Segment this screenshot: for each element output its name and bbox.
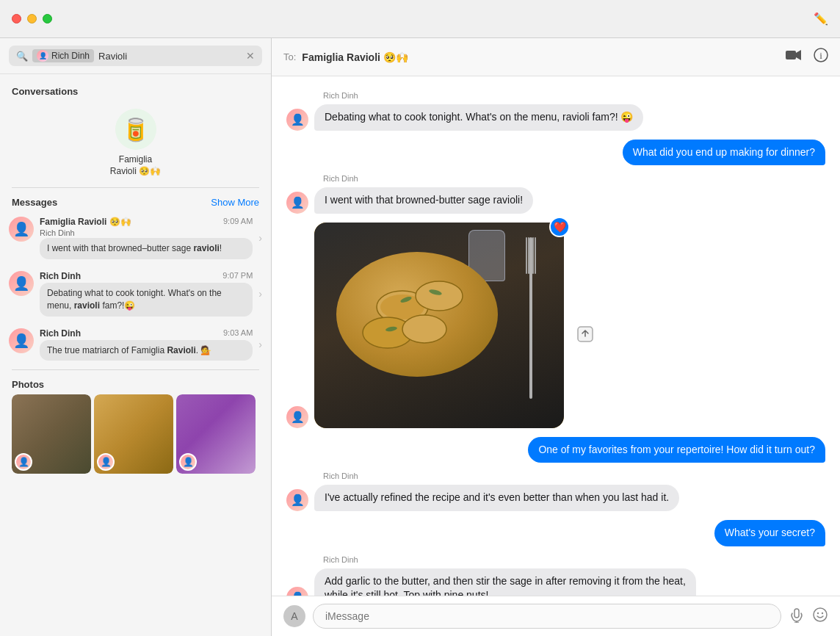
svg-rect-0 xyxy=(786,51,796,59)
photo-reaction: ❤️ xyxy=(549,217,570,237)
photos-section: Photos 👤 👤 👤 xyxy=(0,373,271,480)
main-container: 🔍 👤 Rich Dinh ✕ Conversations 🥫 xyxy=(0,38,840,636)
conversation-item-famiglia[interactable]: 🥫 Famiglia Ravioli 🥺🙌 xyxy=(0,101,271,184)
svg-point-21 xyxy=(814,608,827,621)
photo-thumb-1[interactable]: 👤 xyxy=(12,394,91,474)
emoji-icon[interactable] xyxy=(812,607,828,626)
info-icon[interactable]: i xyxy=(814,48,828,66)
video-call-icon[interactable] xyxy=(786,49,802,65)
msg-time-1: 9:09 AM xyxy=(223,217,253,227)
message-result-2[interactable]: 👤 Rich Dinh 9:07 PM Debating what to coo… xyxy=(0,265,271,322)
input-area: A xyxy=(272,596,840,636)
msg-time-3: 9:03 AM xyxy=(223,328,253,339)
msg-chevron-1: › xyxy=(258,232,262,244)
app-store-icon[interactable]: A xyxy=(283,605,305,627)
chat-panel: To: Famiglia Ravioli 🥺🙌 i 👤 Rich Dinh De… xyxy=(272,38,840,636)
messages-section-title: Messages xyxy=(12,197,57,208)
msg-chevron-2: › xyxy=(258,288,262,300)
msg-name-2: Rich Dinh xyxy=(40,271,81,281)
chat-message-4-photo: 👤 xyxy=(286,223,825,428)
chat-bubble-received-1: Debating what to cook tonight. What's on… xyxy=(314,104,643,131)
messages-area: 👤 Rich Dinh Debating what to cook tonigh… xyxy=(272,76,840,596)
chat-bubble-sent-5: One of my favorites from your repertoire… xyxy=(528,437,825,463)
msg-group-8: Rich Dinh Add garlic to the butter, and … xyxy=(314,555,696,596)
messages-section-header: Messages Show More xyxy=(0,191,271,211)
chat-message-5: One of my favorites from your repertoire… xyxy=(286,437,825,463)
chat-avatar-4: 👤 xyxy=(286,406,308,428)
search-bar[interactable]: 🔍 👤 Rich Dinh ✕ xyxy=(9,46,262,66)
msg-time-2: 9:07 PM xyxy=(222,271,253,281)
sidebar-header: 🔍 👤 Rich Dinh ✕ xyxy=(0,38,271,74)
compose-button[interactable]: ✏️ xyxy=(814,12,828,26)
msg-group-5: One of my favorites from your repertoire… xyxy=(528,437,825,463)
chat-avatar-8: 👤 xyxy=(286,587,308,596)
msg-highlight-3: Ravioli xyxy=(167,345,195,355)
msg-sender-name-3: Rich Dinh xyxy=(314,174,533,183)
svg-rect-14 xyxy=(535,237,536,274)
show-more-button[interactable]: Show More xyxy=(211,197,259,208)
msg-content-3: Rich Dinh 9:03 AM The true matriarch of … xyxy=(40,328,253,361)
to-label: To: xyxy=(283,51,296,62)
search-clear-button[interactable]: ✕ xyxy=(246,50,255,62)
close-button[interactable] xyxy=(12,14,21,24)
chat-bubble-sent-7: What's your secret? xyxy=(714,520,825,546)
audio-record-icon[interactable] xyxy=(789,607,805,626)
msg-bubble-3: The true matriarch of Famiglia Ravioli. … xyxy=(40,340,253,361)
search-icon: 🔍 xyxy=(16,51,28,62)
chat-message-1: 👤 Rich Dinh Debating what to cook tonigh… xyxy=(286,91,825,131)
chat-message-2: What did you end up making for dinner? xyxy=(286,140,825,166)
search-tag-avatar: 👤 xyxy=(37,50,48,62)
chat-avatar-3: 👤 xyxy=(286,192,308,214)
msg-avatar-2: 👤 xyxy=(9,271,34,296)
chat-message-6: 👤 Rich Dinh I've actually refined the re… xyxy=(286,471,825,511)
message-result-3[interactable]: 👤 Rich Dinh 9:03 AM The true matriarch o… xyxy=(0,322,271,367)
msg-highlight-1: ravioli xyxy=(193,243,219,253)
msg-sender-name-1: Rich Dinh xyxy=(314,91,643,100)
msg-group-7: What's your secret? xyxy=(714,520,825,546)
svg-rect-13 xyxy=(526,237,527,274)
photos-section-title: Photos xyxy=(12,379,259,390)
message-result-1[interactable]: 👤 Famiglia Ravioli 🥺🙌 9:09 AM Rich Dinh … xyxy=(0,211,271,265)
search-tag-rich-dinh[interactable]: 👤 Rich Dinh xyxy=(32,49,94,62)
chat-header: To: Famiglia Ravioli 🥺🙌 i xyxy=(272,38,840,76)
svg-point-6 xyxy=(416,281,463,311)
msg-group-3: Rich Dinh I went with that browned-butte… xyxy=(314,174,533,214)
search-input[interactable] xyxy=(98,51,242,62)
sidebar: 🔍 👤 Rich Dinh ✕ Conversations 🥫 xyxy=(0,38,272,636)
svg-point-23 xyxy=(822,612,823,613)
photo-thumb-2[interactable]: 👤 xyxy=(94,394,173,474)
chat-avatar-1: 👤 xyxy=(286,109,308,131)
photo-share-button[interactable] xyxy=(577,326,593,346)
search-tag-label: Rich Dinh xyxy=(51,51,90,61)
msg-highlight-2: ravioli xyxy=(74,300,100,311)
msg-chevron-3: › xyxy=(258,339,262,350)
svg-rect-12 xyxy=(529,237,532,399)
svg-text:i: i xyxy=(819,50,822,61)
sidebar-content: Conversations 🥫 Famiglia Ravioli 🥺🙌 Mess… xyxy=(0,74,271,636)
msg-avatar-3: 👤 xyxy=(9,328,34,353)
photo-message-img xyxy=(314,223,564,428)
msg-sender-name-6: Rich Dinh xyxy=(314,471,679,480)
ravioli-plate xyxy=(314,223,564,428)
conversation-avatar-famiglia: 🥫 xyxy=(115,109,156,150)
divider-msg-photos xyxy=(12,369,259,370)
chat-message-7: What's your secret? xyxy=(286,520,825,546)
msg-bubble-1: I went with that browned–butter sage rav… xyxy=(40,238,253,259)
divider-conv-msg xyxy=(12,187,259,188)
msg-sender-name-8: Rich Dinh xyxy=(314,555,696,564)
msg-sender-1: Rich Dinh xyxy=(40,228,253,237)
msg-name-3: Rich Dinh xyxy=(40,328,81,339)
msg-avatar-1: 👤 xyxy=(9,217,34,242)
svg-rect-16 xyxy=(532,237,534,274)
titlebar: ✏️ xyxy=(0,0,840,38)
fullscreen-button[interactable] xyxy=(43,14,52,24)
msg-name-1: Famiglia Ravioli 🥺🙌 xyxy=(40,217,131,227)
chat-bubble-received-6: I've actually refined the recipe and it'… xyxy=(314,485,679,511)
message-input[interactable] xyxy=(313,604,781,629)
svg-point-22 xyxy=(817,612,819,613)
photo-thumb-3[interactable]: 👤 xyxy=(176,394,256,474)
minimize-button[interactable] xyxy=(27,14,37,24)
conversations-section-title: Conversations xyxy=(0,82,271,101)
photos-grid: 👤 👤 👤 xyxy=(12,394,259,474)
photo-message-container[interactable]: ❤️ xyxy=(314,223,564,428)
